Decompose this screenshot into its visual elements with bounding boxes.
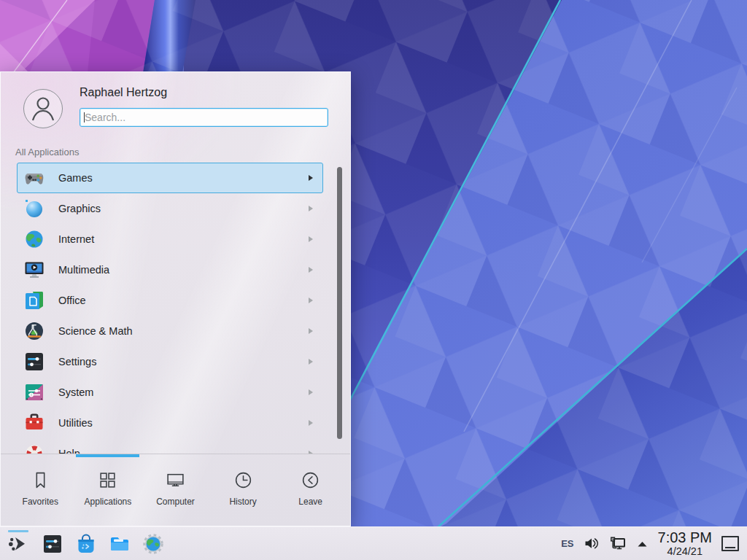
globe-gear-icon	[142, 533, 164, 555]
system-settings-button[interactable]	[41, 530, 64, 558]
submenu-arrow-icon	[309, 175, 313, 181]
tab-applications[interactable]: Applications	[74, 454, 142, 527]
category-label: Internet	[58, 233, 94, 245]
globe-icon	[24, 229, 44, 249]
category-system[interactable]: System	[17, 377, 323, 408]
tab-label: Favorites	[23, 497, 58, 507]
application-launcher-menu: Raphael Hertzog All Applications Games	[0, 71, 351, 526]
category-label: Utilities	[58, 417, 93, 429]
tab-label: Computer	[156, 497, 195, 507]
search-input[interactable]	[80, 108, 328, 127]
tab-leave[interactable]: Leave	[276, 454, 344, 527]
clock-date: 4/24/21	[667, 546, 703, 557]
flask-icon	[24, 321, 44, 341]
bookmark-icon	[31, 470, 50, 490]
tab-favorites[interactable]: Favorites	[7, 454, 74, 527]
category-label: Multimedia	[58, 264, 109, 276]
toolbox-icon	[24, 413, 44, 433]
discover-button[interactable]	[74, 530, 98, 558]
submenu-arrow-icon	[309, 389, 313, 395]
category-graphics[interactable]: Graphics	[17, 193, 323, 224]
scrollbar-thumb[interactable]	[337, 167, 342, 439]
system-sliders-icon	[24, 382, 44, 402]
submenu-arrow-icon	[309, 298, 313, 303]
clock-icon	[233, 470, 253, 490]
category-help[interactable]: Help	[17, 438, 323, 454]
monitor-play-icon	[24, 260, 44, 280]
active-indicator	[8, 530, 28, 532]
document-icon	[24, 290, 44, 311]
category-label: Science & Math	[58, 325, 133, 337]
wired-network-icon[interactable]	[609, 537, 627, 551]
volume-icon[interactable]	[584, 537, 600, 551]
expand-tray-icon[interactable]	[636, 539, 649, 548]
category-settings[interactable]: Settings	[17, 346, 323, 377]
user-icon	[24, 90, 62, 128]
taskbar: ES 7:03 PM 4/24/21	[0, 526, 747, 560]
category-label: Graphics	[58, 203, 101, 214]
search-field-wrap	[80, 108, 328, 127]
folder-icon	[109, 533, 131, 555]
settings-sliders-icon	[42, 533, 63, 555]
category-science-math[interactable]: Science & Math	[17, 316, 323, 346]
category-label: System	[58, 386, 93, 398]
category-label: Office	[58, 295, 86, 306]
tab-label: Applications	[85, 497, 132, 507]
category-internet[interactable]: Internet	[17, 224, 323, 254]
category-label: Settings	[58, 356, 96, 368]
section-label: All Applications	[15, 147, 79, 158]
tab-history[interactable]: History	[209, 454, 277, 527]
keyboard-layout-indicator[interactable]: ES	[561, 538, 573, 549]
clock-time: 7:03 PM	[658, 530, 712, 545]
lifebuoy-icon	[24, 443, 44, 454]
category-utilities[interactable]: Utilities	[17, 408, 323, 438]
digital-clock[interactable]: 7:03 PM 4/24/21	[658, 530, 712, 557]
category-games[interactable]: Games	[17, 163, 323, 193]
user-avatar[interactable]	[23, 89, 63, 128]
sliders-icon	[24, 351, 44, 372]
application-launcher-button[interactable]	[7, 530, 31, 558]
tab-label: Leave	[298, 497, 322, 507]
discover-bag-icon	[75, 533, 97, 555]
system-tray: ES 7:03 PM 4/24/21	[561, 530, 747, 557]
user-name: Raphael Hertzog	[80, 86, 167, 99]
file-manager-button[interactable]	[108, 530, 131, 558]
grid-icon	[98, 470, 117, 490]
gamepad-icon	[24, 168, 44, 188]
submenu-arrow-icon	[309, 267, 313, 273]
submenu-arrow-icon	[309, 236, 313, 242]
taskbar-pinned-apps	[0, 530, 175, 558]
desktop: Raphael Hertzog All Applications Games	[0, 0, 747, 560]
submenu-arrow-icon	[309, 359, 313, 365]
leave-icon	[301, 470, 320, 490]
kde-launcher-icon	[8, 533, 30, 555]
monitor-icon	[166, 470, 185, 490]
text-cursor	[84, 112, 85, 122]
submenu-arrow-icon	[309, 328, 313, 334]
category-office[interactable]: Office	[17, 285, 323, 316]
launcher-tab-bar: Favorites Applications Computer	[7, 454, 344, 527]
sphere-icon	[24, 198, 44, 219]
web-browser-button[interactable]	[142, 530, 165, 558]
category-list: Games Graphics	[1, 163, 350, 454]
submenu-arrow-icon	[309, 420, 313, 426]
show-desktop-widget[interactable]	[721, 536, 739, 551]
tab-computer[interactable]: Computer	[142, 454, 209, 527]
submenu-arrow-icon	[309, 206, 313, 211]
category-label: Games	[58, 172, 93, 184]
tab-label: History	[229, 497, 256, 507]
category-label: Help	[58, 448, 80, 454]
category-multimedia[interactable]: Multimedia	[17, 254, 323, 285]
